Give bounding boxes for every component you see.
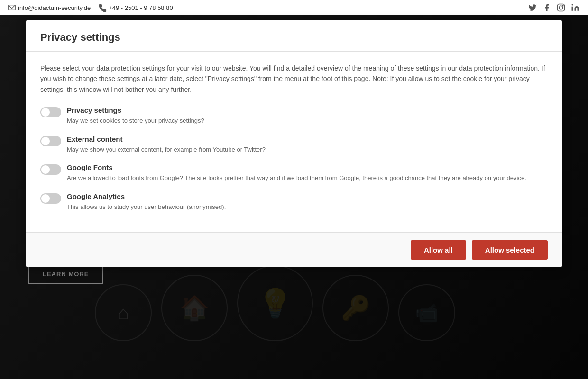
linkedin-icon[interactable] — [570, 2, 580, 13]
dialog-body: Please select your data protection setti… — [26, 52, 562, 232]
modal-overlay: Privacy settings Please select your data… — [0, 15, 588, 379]
phone-number: +49 - 2501 - 9 78 58 80 — [109, 4, 173, 11]
svg-point-4 — [572, 4, 573, 6]
toggle-analytics-wrapper[interactable] — [40, 193, 61, 204]
dialog-title: Privacy settings — [40, 31, 548, 44]
phone-contact: +49 - 2501 - 9 78 58 80 — [98, 3, 173, 12]
toggle-google-fonts: Google Fonts Are we allowed to load font… — [40, 163, 548, 183]
toggle-analytics-desc: This allows us to study your user behavi… — [67, 202, 548, 212]
twitter-icon[interactable] — [527, 2, 538, 13]
instagram-icon[interactable] — [556, 2, 566, 13]
phone-icon — [98, 3, 107, 12]
svg-point-2 — [559, 6, 563, 9]
toggle-privacy-button[interactable] — [40, 107, 61, 117]
toggle-analytics-button[interactable] — [40, 193, 61, 204]
toggle-privacy-settings: Privacy settings May we set cookies to s… — [40, 106, 548, 126]
toggle-analytics-content: Google Analytics This allows us to study… — [67, 192, 548, 212]
toggle-external-content-text: External content May we show you externa… — [67, 135, 548, 154]
toggle-privacy-wrapper[interactable] — [40, 107, 61, 117]
toggle-privacy-label: Privacy settings — [67, 106, 548, 114]
email-icon — [8, 3, 16, 12]
toggle-external-desc: May we show you external content, for ex… — [67, 145, 548, 154]
toggle-fonts-desc: Are we allowed to load fonts from Google… — [67, 173, 548, 183]
allow-selected-button[interactable]: Allow selected — [472, 240, 548, 260]
svg-rect-1 — [558, 4, 565, 11]
allow-all-button[interactable]: Allow all — [411, 240, 466, 260]
toggle-external-content: External content May we show you externa… — [40, 135, 548, 154]
toggle-analytics-label: Google Analytics — [67, 192, 548, 200]
toggle-google-analytics: Google Analytics This allows us to study… — [40, 192, 548, 212]
toggle-privacy-content: Privacy settings May we set cookies to s… — [67, 106, 548, 126]
contact-info: info@didactum-security.de +49 - 2501 - 9… — [8, 3, 173, 12]
toggle-external-wrapper[interactable] — [40, 136, 61, 146]
toggle-privacy-desc: May we set cookies to store your privacy… — [67, 116, 548, 126]
toggle-external-button[interactable] — [40, 136, 61, 146]
toggle-fonts-label: Google Fonts — [67, 163, 548, 171]
top-bar: info@didactum-security.de +49 - 2501 - 9… — [0, 0, 588, 15]
dialog-footer: Allow all Allow selected — [26, 232, 562, 267]
email-address: info@didactum-security.de — [18, 4, 91, 11]
toggle-fonts-wrapper[interactable] — [40, 164, 61, 175]
toggle-fonts-content: Google Fonts Are we allowed to load font… — [67, 163, 548, 183]
dialog-description: Please select your data protection setti… — [40, 63, 548, 95]
toggle-fonts-button[interactable] — [40, 164, 61, 175]
privacy-dialog: Privacy settings Please select your data… — [26, 20, 562, 267]
social-links — [527, 2, 580, 13]
svg-point-3 — [562, 5, 563, 6]
facebook-icon[interactable] — [542, 2, 552, 13]
toggle-external-label: External content — [67, 135, 548, 143]
dialog-header: Privacy settings — [26, 20, 562, 52]
email-contact: info@didactum-security.de — [8, 3, 91, 12]
